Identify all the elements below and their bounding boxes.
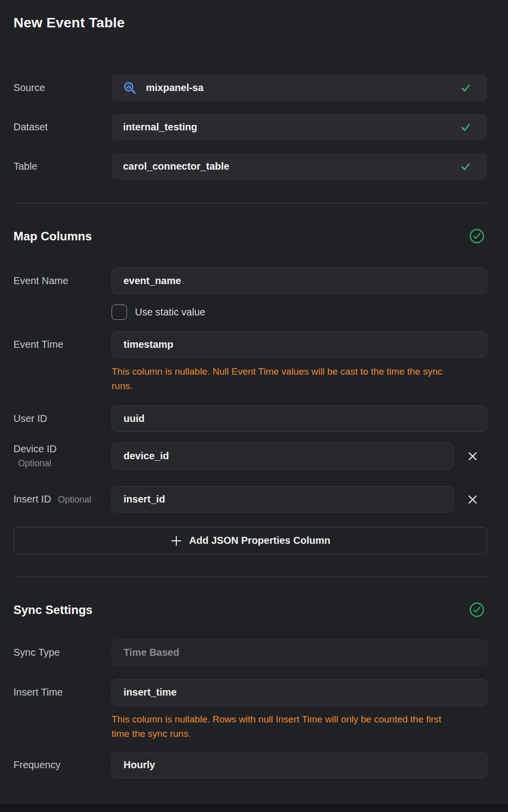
insert-time-warning: This column is nullable. Rows with null … [112, 712, 460, 741]
dataset-value: internal_testing [123, 121, 197, 133]
sync-settings-complete-icon [469, 602, 485, 617]
dataset-valid-check-icon [460, 122, 471, 133]
insert-id-field[interactable]: insert_id [112, 486, 454, 512]
sync-settings-heading: Sync Settings [13, 603, 93, 617]
frequency-row: Frequency Hourly [13, 752, 487, 778]
dataset-row: Dataset internal_testing [13, 114, 487, 140]
device-id-label: Device ID [13, 443, 112, 455]
map-columns-header: Map Columns [13, 228, 487, 244]
close-icon [467, 451, 478, 462]
insert-id-label-group: Insert ID Optional [13, 494, 112, 505]
insert-id-row: Insert ID Optional insert_id [13, 486, 487, 512]
event-time-value: timestamp [124, 339, 173, 350]
user-id-row: User ID uuid [13, 406, 487, 432]
source-valid-check-icon [460, 83, 471, 94]
user-id-label: User ID [13, 413, 112, 424]
insert-time-row: Insert Time insert_time [13, 679, 487, 706]
user-id-field[interactable]: uuid [112, 406, 487, 432]
plus-icon [170, 535, 182, 547]
map-columns-heading: Map Columns [13, 229, 92, 243]
insert-id-field-group: insert_id [112, 486, 487, 512]
insert-time-field[interactable]: insert_time [112, 679, 487, 706]
dataset-label: Dataset [13, 121, 112, 133]
frequency-value: Hourly [124, 759, 155, 771]
frequency-field[interactable]: Hourly [112, 752, 487, 778]
device-id-row: Device ID Optional device_id [13, 443, 487, 469]
source-label: Source [13, 82, 112, 94]
source-field[interactable]: mixpanel-sa [112, 75, 487, 101]
table-label: Table [13, 161, 112, 172]
metrics-search-icon [123, 81, 137, 95]
device-id-field-group: device_id [112, 443, 487, 469]
insert-time-value: insert_time [124, 687, 177, 698]
source-value: mixpanel-sa [146, 82, 204, 94]
frequency-label: Frequency [13, 759, 112, 771]
section-divider [13, 577, 487, 577]
event-name-label: Event Name [13, 275, 112, 287]
insert-id-optional-label: Optional [58, 495, 91, 505]
insert-id-label: Insert ID [13, 494, 51, 505]
event-name-value: event_name [124, 275, 181, 287]
table-row: Table carol_connector_table [13, 153, 487, 180]
use-static-value-checkbox[interactable] [112, 304, 127, 320]
page-title: New Event Table [13, 15, 487, 31]
add-json-properties-column-button[interactable]: Add JSON Properties Column [13, 527, 487, 554]
event-time-field[interactable]: timestamp [112, 331, 487, 358]
event-time-warning: This column is nullable. Null Event Time… [112, 364, 460, 393]
insert-id-value: insert_id [124, 494, 165, 505]
panel-bottom-edge [0, 804, 508, 812]
use-static-value-label: Use static value [135, 306, 205, 318]
sync-type-field: Time Based [112, 639, 487, 666]
user-id-value: uuid [124, 413, 144, 424]
table-field[interactable]: carol_connector_table [112, 153, 487, 180]
sync-type-row: Sync Type Time Based [13, 639, 487, 666]
device-id-optional-label: Optional [18, 458, 112, 469]
close-icon [467, 494, 478, 505]
event-name-field[interactable]: event_name [112, 268, 487, 294]
new-event-table-form: New Event Table Source mixpanel-sa Datas… [0, 15, 508, 778]
device-id-field[interactable]: device_id [112, 443, 454, 469]
dataset-field[interactable]: internal_testing [112, 114, 487, 140]
sync-type-value: Time Based [124, 647, 179, 658]
insert-id-remove-button[interactable] [466, 493, 479, 506]
insert-time-label: Insert Time [13, 687, 112, 698]
table-value: carol_connector_table [123, 161, 229, 172]
add-json-properties-column-label: Add JSON Properties Column [189, 535, 330, 546]
source-row: Source mixpanel-sa [13, 75, 487, 101]
use-static-value-row: Use static value [112, 304, 487, 320]
section-divider [13, 203, 487, 203]
device-id-remove-button[interactable] [466, 450, 479, 463]
table-valid-check-icon [460, 161, 471, 172]
device-id-value: device_id [124, 450, 169, 462]
device-id-label-group: Device ID Optional [13, 443, 112, 469]
map-columns-complete-icon [469, 228, 485, 244]
event-time-label: Event Time [13, 339, 112, 350]
event-name-row: Event Name event_name [13, 268, 487, 294]
sync-settings-header: Sync Settings [13, 602, 487, 617]
sync-type-label: Sync Type [13, 647, 112, 658]
event-time-row: Event Time timestamp [13, 331, 487, 358]
